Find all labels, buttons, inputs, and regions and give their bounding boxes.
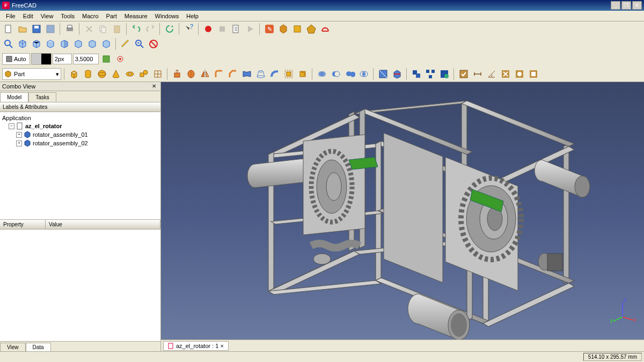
fuse-icon[interactable]: [343, 68, 356, 80]
color-swatch-2[interactable]: [41, 54, 51, 64]
fillet-icon[interactable]: [213, 68, 225, 80]
workbench-icon-2[interactable]: [277, 23, 290, 35]
torus-icon[interactable]: [123, 68, 136, 80]
measure-angular-icon[interactable]: [485, 68, 498, 80]
menu-tools[interactable]: Tools: [57, 12, 78, 20]
view-right-icon[interactable]: [58, 38, 71, 50]
tab-tasks[interactable]: Tasks: [28, 92, 56, 102]
tab-close-icon[interactable]: ×: [221, 343, 224, 349]
menu-part[interactable]: Part: [103, 12, 121, 20]
cone-icon[interactable]: [109, 68, 122, 80]
tree-expand-icon[interactable]: +: [16, 141, 22, 146]
zoom-select-icon[interactable]: [133, 38, 146, 50]
document-tab[interactable]: az_el_rotator : 1 ×: [163, 341, 229, 351]
offset-icon[interactable]: [282, 68, 295, 80]
measure-linear-icon[interactable]: [471, 68, 484, 80]
tree-item[interactable]: − az_el_rotator: [2, 122, 158, 130]
measure-clear-icon[interactable]: [499, 68, 512, 80]
view-left-icon[interactable]: [100, 38, 113, 50]
common-icon[interactable]: [357, 68, 370, 80]
ruled-icon[interactable]: [240, 68, 253, 80]
line-width-input[interactable]: [53, 54, 72, 64]
combo-close-icon[interactable]: ✕: [152, 83, 158, 90]
menu-macro[interactable]: Macro: [78, 12, 103, 20]
whatsthis-icon[interactable]: ?: [182, 23, 195, 35]
axes-widget[interactable]: x y z: [609, 297, 636, 323]
view-iso-icon[interactable]: [16, 38, 29, 50]
box-icon[interactable]: [68, 68, 80, 80]
tab-model[interactable]: Model: [0, 92, 28, 102]
open-icon[interactable]: [16, 23, 29, 35]
tree-item[interactable]: + rotator_assembly_01: [2, 130, 158, 139]
sphere-icon[interactable]: [96, 68, 108, 80]
maximize-button[interactable]: ❐: [621, 1, 631, 10]
section-icon[interactable]: [377, 68, 390, 80]
compound-icon[interactable]: [410, 68, 423, 80]
view-front-icon[interactable]: [30, 38, 43, 50]
boolean-icon[interactable]: [316, 68, 328, 80]
sweep-icon[interactable]: [268, 68, 281, 80]
copy-icon[interactable]: [97, 23, 109, 35]
snap-icon[interactable]: [114, 53, 127, 65]
tab-view[interactable]: View: [0, 343, 26, 351]
loft-icon[interactable]: [254, 68, 267, 80]
explode-icon[interactable]: [424, 68, 437, 80]
value-col-header[interactable]: Value: [46, 220, 160, 229]
chamfer-icon[interactable]: [226, 68, 239, 80]
workbench-selector[interactable]: Part ▾: [2, 68, 61, 80]
saveas-icon[interactable]: [44, 23, 57, 35]
workbench-icon-5[interactable]: [319, 23, 332, 35]
cut-icon[interactable]: [83, 23, 96, 35]
tree-root[interactable]: Application: [2, 114, 158, 122]
measure-all-icon[interactable]: [527, 68, 540, 80]
new-icon[interactable]: [2, 23, 15, 35]
menu-view[interactable]: View: [37, 12, 57, 20]
draw-style-icon[interactable]: [147, 38, 160, 50]
revolve-icon[interactable]: [185, 68, 197, 80]
print-icon[interactable]: [63, 23, 76, 35]
cut-bool-icon[interactable]: [330, 68, 342, 80]
tree-view[interactable]: Application − az_el_rotator + rotator_as…: [0, 112, 160, 219]
macro-play-icon[interactable]: [244, 23, 257, 35]
macro-record-icon[interactable]: [202, 23, 215, 35]
thickness-icon[interactable]: [296, 68, 309, 80]
construction-icon[interactable]: [100, 53, 113, 65]
color-swatch-1[interactable]: [32, 54, 41, 64]
tree-expand-icon[interactable]: +: [16, 132, 22, 138]
paste-icon[interactable]: [111, 23, 123, 35]
cylinder-icon[interactable]: [82, 68, 94, 80]
close-button[interactable]: ✕: [632, 1, 642, 10]
zoom-fit-icon[interactable]: [2, 38, 15, 50]
view-bottom-icon[interactable]: [86, 38, 99, 50]
shapebuilder-icon[interactable]: [151, 68, 164, 80]
measure-icon[interactable]: [119, 38, 132, 50]
tree-item[interactable]: + rotator_assembly_02: [2, 139, 158, 147]
tree-collapse-icon[interactable]: −: [9, 123, 14, 129]
mirror-icon[interactable]: [199, 68, 211, 80]
menu-edit[interactable]: Edit: [19, 12, 37, 20]
redo-icon[interactable]: [144, 23, 157, 35]
viewport-3d[interactable]: x y z: [161, 82, 644, 339]
tab-data[interactable]: Data: [26, 343, 51, 351]
menu-help[interactable]: Help: [182, 12, 202, 20]
check-icon[interactable]: [457, 68, 470, 80]
primitives-icon[interactable]: [137, 68, 150, 80]
workbench-icon-1[interactable]: ✎: [263, 23, 276, 35]
workbench-icon-4[interactable]: [305, 23, 318, 35]
number-input[interactable]: [73, 54, 99, 64]
view-rear-icon[interactable]: [72, 38, 85, 50]
menu-windows[interactable]: Windows: [151, 12, 183, 20]
auto-button[interactable]: Auto: [2, 53, 30, 65]
macro-stop-icon[interactable]: [216, 23, 229, 35]
view-top-icon[interactable]: [44, 38, 57, 50]
workbench-icon-3[interactable]: [291, 23, 304, 35]
property-col-header[interactable]: Property: [0, 220, 46, 229]
minimize-button[interactable]: _: [611, 1, 620, 10]
cross-icon[interactable]: [391, 68, 404, 80]
macro-edit-icon[interactable]: [230, 23, 243, 35]
save-icon[interactable]: [30, 23, 43, 35]
menu-file[interactable]: File: [2, 12, 19, 20]
menu-measure[interactable]: Measure: [121, 12, 151, 20]
extrude-icon[interactable]: [171, 68, 184, 80]
measure-toggle-icon[interactable]: [513, 68, 526, 80]
